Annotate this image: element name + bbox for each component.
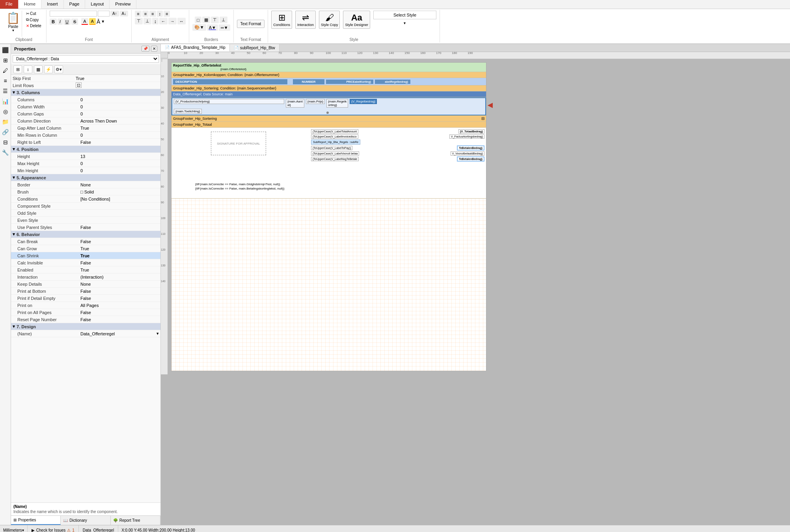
align-center-btn[interactable]: ≡ <box>142 11 149 17</box>
prop-row-useparentstyles[interactable]: Use Parent Styles False <box>11 224 160 231</box>
prop-row-righttoleft[interactable]: Right to Left False <box>11 139 160 146</box>
border-color-btn[interactable]: A▼ <box>207 24 218 31</box>
prop-row-gapafterlast[interactable]: Gap After Last Column True <box>11 125 160 132</box>
field-regelbedrag[interactable]: {V_Regelbedrag} <box>350 99 377 104</box>
border-style-btn[interactable]: ═▼ <box>219 24 230 31</box>
style-designer-button[interactable]: Aa Style Designer <box>343 11 370 29</box>
groupfooter-sortering-expand[interactable]: ⊟ <box>481 116 484 121</box>
align-justify-btn[interactable]: ≡ <box>164 11 170 17</box>
tab-preview[interactable]: Preview <box>110 0 136 9</box>
underline-btn[interactable]: U <box>63 19 71 25</box>
text-format-button[interactable]: Text Format <box>237 20 265 28</box>
cut-button[interactable]: ✂Cut <box>24 11 43 17</box>
tab-insert[interactable]: Insert <box>41 0 64 9</box>
section-data-offerteregel-header[interactable]: Data_Offerteregel; Data Source: main <box>171 91 486 97</box>
resize-handle[interactable] <box>326 112 329 114</box>
prop-tool-sort-btn[interactable]: ↕ <box>24 65 32 73</box>
strikethrough-btn[interactable]: S <box>71 19 78 25</box>
sidebar-icon-5[interactable]: ☰ <box>1 87 10 95</box>
prop-row-colwidth[interactable]: Column Width 0 <box>11 103 160 110</box>
prop-section-7[interactable]: ▾ 7. Design <box>11 323 160 330</box>
align-right-btn[interactable]: ≡ <box>149 11 156 17</box>
field-prijs[interactable]: {main.Prijs} <box>306 99 325 104</box>
prop-row-evenstyle[interactable]: Even Style <box>11 217 160 224</box>
color-underline-btn[interactable]: Ā <box>97 19 100 25</box>
align-bottom-btn[interactable]: ↨ <box>152 18 158 24</box>
prop-row-height[interactable]: Height 13 <box>11 153 160 160</box>
underline-color-picker[interactable]: ▼ <box>101 19 105 24</box>
style-expand-btn[interactable]: ▾ <box>404 21 406 25</box>
sidebar-icon-9[interactable]: 🔗 <box>1 128 10 136</box>
prop-row-interaction[interactable]: Interaction (Interaction) <box>11 273 160 281</box>
prop-tool-event-btn[interactable]: ⚡ <box>44 65 53 73</box>
section-totals[interactable]: SIGNATURE FOR APPROVAL {ToUpperCase(V_La… <box>171 128 486 199</box>
section-groupfooter-sortering[interactable]: GroupFooter_Hip_Sortering ⊟ <box>171 115 486 122</box>
footer-tab-properties[interactable]: ⊞ Properties <box>11 516 61 525</box>
prop-row-printonallpages[interactable]: Print on All Pages False <box>11 309 160 316</box>
prop-row-resetpagenumber[interactable]: Reset Page Number False <box>11 316 160 323</box>
prop-row-cangrow[interactable]: Can Grow True <box>11 245 160 252</box>
field-toelichting[interactable]: {main.Toelichting} <box>174 109 202 114</box>
highlight-btn[interactable]: A <box>89 18 96 25</box>
canvas-tab-sub[interactable]: 📄 subReport_Hip_Btw <box>230 44 279 52</box>
section-groupheader-kolomkoppen[interactable]: GroupHeader_Hip_Kolomkoppen; Condition: … <box>171 72 486 78</box>
tab-page[interactable]: Page <box>64 0 86 9</box>
section-data-offerteregel-content[interactable]: {V_Productomschrijving} {main.Aantal} {m… <box>171 97 486 115</box>
border-top-btn[interactable]: ⊤ <box>211 17 219 23</box>
total-row-2[interactable]: {ToUpperCase(V_LabelInvoicedisco V_Factu… <box>311 134 484 139</box>
font-size-input[interactable] <box>98 11 110 17</box>
copy-button[interactable]: ⧉Copy <box>24 17 43 23</box>
status-unit[interactable]: Millimeters ▾ <box>0 525 28 532</box>
paste-button[interactable]: 📋 Paste ▼ <box>5 11 22 37</box>
datasource-select[interactable]: Data_Offerteregel : Data <box>13 55 159 63</box>
total-row-subreport[interactable]: SubReport_Hip_Btw_Regels ::subRe <box>311 140 484 145</box>
border-bottom-btn[interactable]: ⊥ <box>220 17 227 23</box>
prop-row-brush[interactable]: Brush □ Solid <box>11 188 160 195</box>
sidebar-icon-4[interactable]: ≡ <box>1 76 10 85</box>
prop-row-printifempty[interactable]: Print if Detail Empty False <box>11 295 160 302</box>
bold-btn[interactable]: B <box>50 19 57 25</box>
prop-section-5[interactable]: ▾ 5. Appearance <box>11 174 160 181</box>
border-inner-btn[interactable]: ▦ <box>202 17 210 23</box>
align-top-btn[interactable]: ⊤ <box>135 18 143 24</box>
prop-pin-btn[interactable]: 📌 <box>142 46 149 52</box>
sidebar-icon-11[interactable]: 🔧 <box>1 148 10 157</box>
border-outer-btn[interactable]: □ <box>195 17 201 23</box>
tab-home[interactable]: Home <box>19 0 41 9</box>
total-row-vooruit[interactable]: {ToUpperCase(V_LabelVooruit betaa V_Voor… <box>311 151 484 156</box>
prop-row-enabled[interactable]: Enabled True <box>11 266 160 273</box>
sidebar-icon-3[interactable]: 🖊 <box>1 66 10 75</box>
prop-row-calcinvisible[interactable]: Calc Invisible False <box>11 259 160 266</box>
prop-tool-settings-btn[interactable]: ⚙▾ <box>54 65 63 73</box>
indent-inc-btn[interactable]: → <box>168 18 177 24</box>
field-aantal[interactable]: {main.Aantal} <box>286 99 304 108</box>
conditions-button[interactable]: ⊞ Conditions <box>271 11 292 29</box>
prop-section-3[interactable]: ▾ 3. Columns <box>11 89 160 96</box>
footer-tab-dictionary[interactable]: 📖 Dictionary <box>61 516 110 525</box>
prop-row-minheight[interactable]: Min Height 0 <box>11 167 160 174</box>
prop-section-4[interactable]: ▾ 4. Position <box>11 146 160 153</box>
style-copy-button[interactable]: 🖌 Style Copy <box>319 11 340 29</box>
sidebar-icon-7[interactable]: ◎ <box>1 107 10 116</box>
prop-row-printon[interactable]: Print on All Pages <box>11 302 160 309</box>
prop-row-canshrink[interactable]: Can Shrink True <box>11 252 160 259</box>
select-style-box[interactable]: Select Style <box>373 11 436 19</box>
section-groupheader-sortering[interactable]: GroupHeader_Hip_Sortering; Condition: {m… <box>171 86 486 91</box>
prop-tool-grid-btn[interactable]: ⊞ <box>13 65 22 73</box>
footer-tab-report-tree[interactable]: 🌳 Report Tree <box>111 516 160 525</box>
section-column-headers[interactable]: DESCRIPTION NUMBER PRICEabelKorting) abe… <box>171 78 486 86</box>
distribute-btn[interactable]: ↕ <box>157 11 163 17</box>
total-row-1[interactable]: {ToUpperCase(V_LabelTotalAmount {V_Totaa… <box>311 129 484 134</box>
prop-row-conditions[interactable]: Conditions [No Conditions] <box>11 195 160 203</box>
prop-row-limitrows[interactable]: Limit Rows ⊡ <box>11 82 160 89</box>
canvas-tab-main[interactable]: 📄 AFAS_Branding_Template_Hip <box>161 44 230 52</box>
prop-row-border[interactable]: Border None <box>11 181 160 188</box>
prop-row-canbreak[interactable]: Can Break False <box>11 238 160 245</box>
font-shrink-btn[interactable]: A↓ <box>120 11 129 17</box>
sidebar-icon-2[interactable]: ⊞ <box>1 56 10 65</box>
prop-row-compstyle[interactable]: Component Style <box>11 203 160 210</box>
rtl-btn[interactable]: ↔ <box>177 18 186 24</box>
status-unit-expand[interactable]: ▾ <box>22 528 24 532</box>
align-vcenter-btn[interactable]: ⊥ <box>143 18 151 24</box>
canvas-container[interactable]: 0 10 20 30 40 50 60 70 80 90 100 110 120… <box>161 52 790 525</box>
